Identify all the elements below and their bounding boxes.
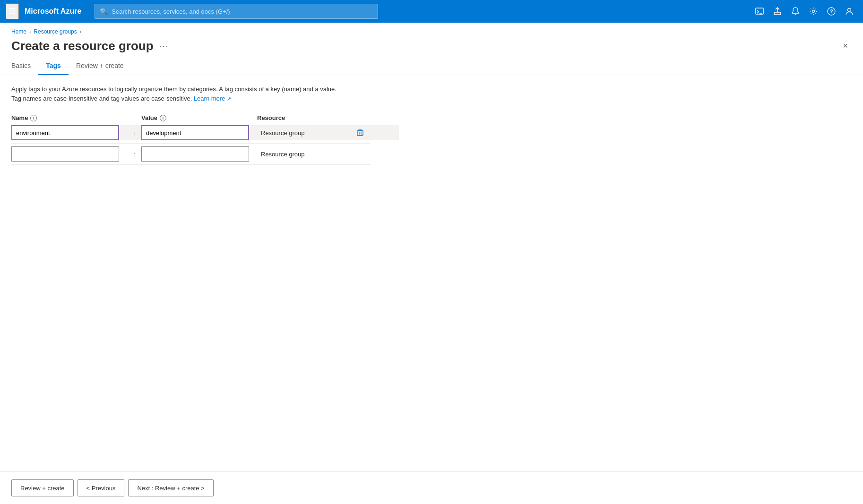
hamburger-menu-button[interactable]: ☰ [6,3,19,19]
page-options-button[interactable]: ··· [159,41,169,51]
svg-point-7 [848,9,851,12]
value-info-icon[interactable]: i [160,115,166,121]
close-button[interactable]: × [839,39,852,53]
terminal-button[interactable] [751,4,768,18]
gear-icon [809,7,818,16]
search-input[interactable] [112,8,373,15]
bell-icon [791,7,800,16]
tab-tags[interactable]: Tags [38,57,69,75]
search-icon: 🔍 [100,8,108,15]
tab-review-create[interactable]: Review + create [69,57,131,75]
tags-table-header: Name i Value i Resource [11,114,399,121]
tag-value-input-2[interactable] [141,146,249,162]
review-create-button[interactable]: Review + create [11,479,74,496]
description-text: Apply tags to your Azure resources to lo… [11,85,380,103]
next-button[interactable]: Next : Review + create > [128,479,213,496]
brand-name: Microsoft Azure [25,7,81,16]
resource-cell-2: Resource group [257,146,371,162]
terminal-icon [755,7,764,16]
tag-value-input-1[interactable] [141,125,249,140]
trash-icon-1 [356,129,364,137]
tag-name-input-2[interactable] [11,146,119,162]
tag-name-input-1[interactable] [11,125,119,140]
breadcrumb-sep-1: › [29,29,31,34]
breadcrumb-home[interactable]: Home [11,28,26,35]
header-resource: Resource [257,114,371,121]
page-title-row: Create a resource group ··· × [0,37,863,57]
learn-more-link[interactable]: Learn more ↗ [194,95,231,102]
main-content: Apply tags to your Azure resources to lo… [0,75,863,471]
settings-button[interactable] [805,4,821,18]
breadcrumb: Home › Resource groups › [0,23,863,37]
svg-rect-8 [357,131,363,136]
top-navigation: ☰ Microsoft Azure 🔍 [0,0,863,23]
bottom-bar: Review + create < Previous Next : Review… [0,471,863,504]
account-button[interactable] [841,4,857,18]
svg-rect-2 [774,12,781,15]
hamburger-icon: ☰ [9,6,16,17]
tabs-bar: Basics Tags Review + create [0,57,863,75]
tab-basics[interactable]: Basics [11,57,38,75]
notifications-button[interactable] [787,4,803,18]
row-divider [11,143,371,144]
help-button[interactable]: ? [823,4,839,18]
topnav-icons-group: ? [751,4,857,18]
delete-tag-button-1[interactable] [354,128,367,137]
page-title: Create a resource group [11,39,154,53]
separator-1: : [127,129,141,137]
upload-button[interactable] [769,4,785,18]
previous-button[interactable]: < Previous [78,479,125,496]
resource-label-2: Resource group [261,151,305,158]
description-line2: Tag names are case-insensitive and tag v… [11,95,192,102]
account-icon [845,7,854,16]
svg-point-4 [812,10,815,13]
page-wrapper: Home › Resource groups › Create a resour… [0,23,863,504]
resource-label-1: Resource group [261,129,305,137]
table-row: : Resource group [11,146,399,162]
upload-icon [773,7,782,16]
svg-text:?: ? [830,9,833,14]
search-bar: 🔍 [95,4,378,19]
header-value: Value i [141,114,257,121]
header-name: Name i [11,114,127,121]
row-divider-2 [11,164,371,165]
table-row: : Resource group [11,125,399,140]
breadcrumb-resource-groups[interactable]: Resource groups [34,28,77,35]
resource-cell-1: Resource group [257,125,371,140]
description-line1: Apply tags to your Azure resources to lo… [11,85,337,93]
help-icon: ? [827,7,836,16]
tags-table: Name i Value i Resource : Resource grou [11,114,399,166]
name-info-icon[interactable]: i [30,115,37,121]
divider-row [11,142,399,145]
separator-2: : [127,151,141,158]
external-link-icon: ↗ [227,96,231,102]
divider-row-2 [11,163,399,166]
breadcrumb-sep-2: › [80,29,81,34]
